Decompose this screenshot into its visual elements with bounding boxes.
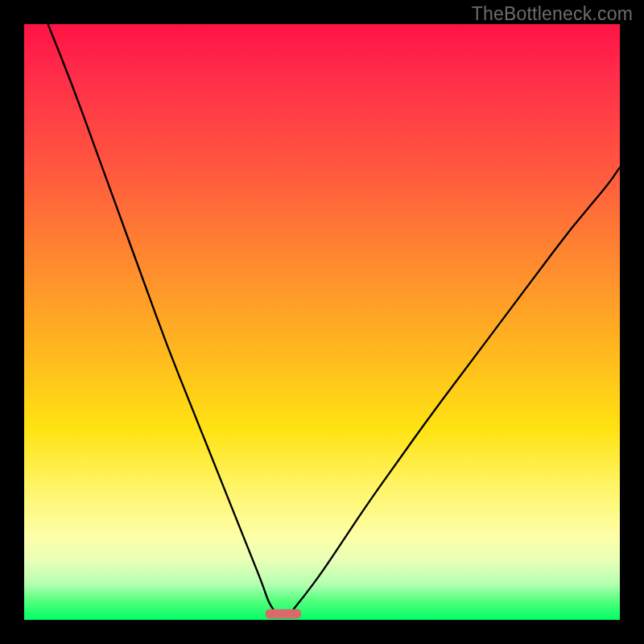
watermark-text: TheBottleneck.com [472,3,633,25]
plot-area [24,24,620,620]
curve-right-branch [292,167,620,611]
curve-left-branch [48,24,275,611]
min-marker-pill [266,609,301,619]
curve-layer [24,24,620,620]
chart-frame: TheBottleneck.com [0,0,644,644]
